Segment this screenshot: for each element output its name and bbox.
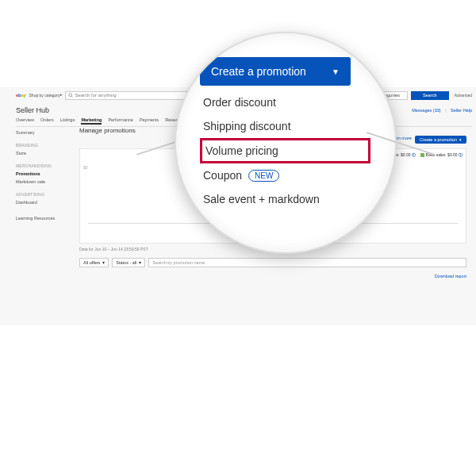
sidebar-heading-advertising: ADVERTISING — [16, 192, 71, 197]
sidebar-item-dashboard[interactable]: Dashboard — [16, 200, 71, 205]
messages-link[interactable]: Messages (33) — [412, 108, 440, 113]
search-promotions-input[interactable]: Search by promotion name — [148, 258, 466, 267]
page-title: Seller Hub — [16, 106, 49, 114]
svg-line-1 — [72, 96, 74, 98]
menu-item-order-discount[interactable]: Order discount — [200, 90, 370, 114]
magnifier: Create a promotion ▼ Order discount Ship… — [175, 32, 397, 254]
tab-orders[interactable]: Orders — [40, 117, 54, 125]
chevron-down-icon: ▾ — [60, 94, 62, 97]
ebay-logo[interactable]: ebay — [16, 93, 26, 98]
sidebar-item-learning[interactable]: Learning Resources — [16, 216, 71, 221]
sidebar-heading-merchandising: MERCHANDISING — [16, 163, 71, 168]
tab-overview[interactable]: Overview — [16, 117, 34, 125]
menu-item-shipping-discount[interactable]: Shipping discount — [200, 114, 370, 138]
y-axis-label: $0 — [83, 165, 88, 227]
chevron-down-icon: ▾ — [102, 260, 105, 265]
menu-item-coupon[interactable]: Coupon NEW — [200, 163, 370, 187]
download-report-link[interactable]: Download report — [79, 274, 466, 278]
info-icon[interactable]: ⓘ — [412, 152, 416, 157]
sidebar-item-promotions[interactable]: Promotions — [16, 171, 71, 176]
filter-status-select[interactable]: Status - all▾ — [112, 258, 145, 267]
create-promotion-menu: Order discount Shipping discount Volume … — [200, 90, 370, 211]
filter-offers-select[interactable]: All offers▾ — [79, 258, 109, 267]
menu-item-volume-pricing[interactable]: Volume pricing — [200, 138, 370, 163]
sidebar: Summary BRANDING Store MERCHANDISING Pro… — [16, 127, 71, 221]
sidebar-item-markdown-sale[interactable]: Markdown sale — [16, 179, 71, 184]
sidebar-heading-branding: BRANDING — [16, 143, 71, 148]
tab-payments[interactable]: Payments — [140, 117, 159, 125]
search-icon — [68, 93, 73, 98]
chevron-down-icon: ▾ — [139, 260, 141, 265]
legend-base-sales: Base sales: $0.00 ⓘ — [420, 152, 463, 157]
sidebar-item-summary[interactable]: Summary — [16, 130, 71, 135]
create-promotion-button[interactable]: Create a promotion▾ — [415, 136, 466, 144]
svg-point-0 — [69, 94, 72, 97]
tab-listings[interactable]: Listings — [60, 117, 75, 125]
seller-help-link[interactable]: Seller Help — [451, 108, 472, 113]
shop-by-category[interactable]: Shop by category▾ — [29, 93, 63, 98]
search-button[interactable]: Search — [411, 91, 449, 100]
sidebar-item-store[interactable]: Store — [16, 151, 71, 155]
create-promotion-button-zoom[interactable]: Create a promotion ▼ — [200, 57, 351, 86]
advanced-link[interactable]: Advanced — [455, 93, 472, 98]
tab-performance[interactable]: Performance — [108, 117, 133, 125]
menu-item-sale-event-markdown[interactable]: Sale event + markdown — [200, 187, 370, 211]
new-badge: NEW — [248, 170, 279, 182]
caret-down-icon: ▼ — [332, 67, 340, 76]
tab-marketing[interactable]: Marketing — [81, 117, 102, 125]
info-icon[interactable]: ⓘ — [459, 152, 463, 157]
caret-down-icon: ▾ — [459, 137, 462, 142]
